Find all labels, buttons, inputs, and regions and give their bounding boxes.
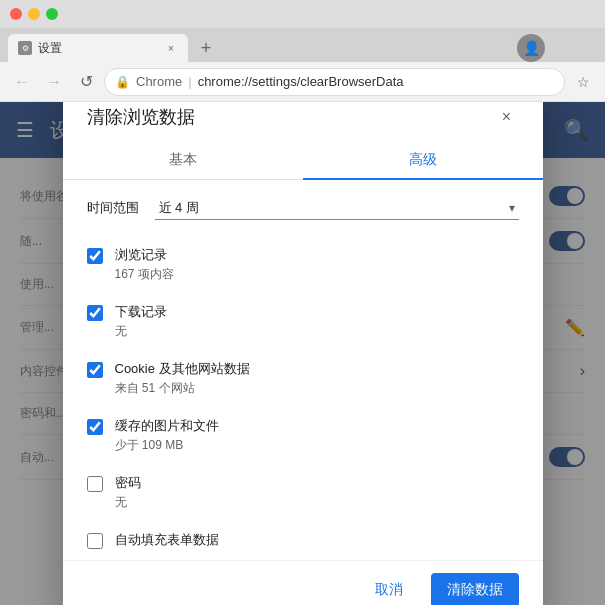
reload-button[interactable]: ↺ (72, 68, 100, 96)
download-history-sub: 无 (115, 323, 167, 340)
tab-title: 设置 (38, 40, 62, 57)
lock-icon: 🔒 (115, 75, 130, 89)
time-range-select-wrapper: 过去一小时 过去 24 小时 过去 7 天 近 4 周 全部时间 ▾ (155, 196, 519, 220)
chrome-label: Chrome (136, 74, 182, 89)
tab-favicon: ⚙ (18, 41, 32, 55)
tab-bar: ⚙ 设置 × + 👤 (0, 28, 605, 62)
modal-footer: 取消 清除数据 (63, 560, 543, 606)
checkbox-cache: 缓存的图片和文件 少于 109 MB (87, 407, 519, 464)
checkbox-passwords-input[interactable] (87, 476, 103, 492)
time-range-row: 时间范围 过去一小时 过去 24 小时 过去 7 天 近 4 周 全部时间 ▾ (87, 196, 519, 220)
minimize-traffic-light[interactable] (28, 8, 40, 20)
checkbox-cache-input[interactable] (87, 419, 103, 435)
checkbox-autofill: 自动填充表单数据 (87, 521, 519, 560)
download-history-label: 下载记录 (115, 303, 167, 321)
page-content: ☰ 设置 🔍 将使用谷歌帐户使用者自动提供自动供述给 Google 随... 使… (0, 102, 605, 605)
bookmark-star-icon[interactable]: ☆ (569, 68, 597, 96)
modal-close-button[interactable]: × (495, 105, 519, 129)
back-button[interactable]: ← (8, 68, 36, 96)
browsing-history-sub: 167 项内容 (115, 266, 174, 283)
time-range-label: 时间范围 (87, 199, 139, 217)
browser-frame: ⚙ 设置 × + 👤 ← → ↺ 🔒 Chrome | chrome://set… (0, 0, 605, 605)
profile-icon[interactable]: 👤 (517, 34, 545, 62)
tab-basic[interactable]: 基本 (63, 141, 303, 179)
browsing-history-label: 浏览记录 (115, 246, 174, 264)
autofill-label: 自动填充表单数据 (115, 531, 219, 549)
checkbox-browsing-history: 浏览记录 167 项内容 (87, 236, 519, 293)
clear-data-button[interactable]: 清除数据 (431, 573, 519, 606)
checkbox-passwords: 密码 无 (87, 464, 519, 521)
address-separator: | (188, 74, 191, 89)
passwords-sub: 无 (115, 494, 141, 511)
modal-header: 清除浏览数据 × (63, 102, 543, 129)
close-traffic-light[interactable] (10, 8, 22, 20)
checkbox-cookies: Cookie 及其他网站数据 来自 51 个网站 (87, 350, 519, 407)
clear-browser-data-modal: 清除浏览数据 × 基本 高级 时间范围 (63, 102, 543, 605)
modal-overlay: 清除浏览数据 × 基本 高级 时间范围 (0, 102, 605, 605)
checkbox-cookies-input[interactable] (87, 362, 103, 378)
checkbox-browsing-history-input[interactable] (87, 248, 103, 264)
passwords-label: 密码 (115, 474, 141, 492)
checkbox-autofill-input[interactable] (87, 533, 103, 549)
time-range-select[interactable]: 过去一小时 过去 24 小时 过去 7 天 近 4 周 全部时间 (155, 196, 519, 220)
maximize-traffic-light[interactable] (46, 8, 58, 20)
modal-body: 时间范围 过去一小时 过去 24 小时 过去 7 天 近 4 周 全部时间 ▾ (63, 180, 543, 560)
modal-title: 清除浏览数据 (87, 105, 195, 129)
cancel-button[interactable]: 取消 (359, 573, 419, 606)
cache-label: 缓存的图片和文件 (115, 417, 219, 435)
checkbox-download-history: 下载记录 无 (87, 293, 519, 350)
address-bar[interactable]: 🔒 Chrome | chrome://settings/clearBrowse… (104, 68, 565, 96)
tab-advanced[interactable]: 高级 (303, 141, 543, 179)
cookies-sub: 来自 51 个网站 (115, 380, 250, 397)
tab-close-button[interactable]: × (164, 41, 178, 55)
cookies-label: Cookie 及其他网站数据 (115, 360, 250, 378)
address-url: chrome://settings/clearBrowserData (198, 74, 404, 89)
title-bar (0, 0, 605, 28)
cache-sub: 少于 109 MB (115, 437, 219, 454)
active-tab[interactable]: ⚙ 设置 × (8, 34, 188, 62)
forward-button[interactable]: → (40, 68, 68, 96)
nav-bar: ← → ↺ 🔒 Chrome | chrome://settings/clear… (0, 62, 605, 102)
new-tab-button[interactable]: + (192, 34, 220, 62)
checkbox-download-history-input[interactable] (87, 305, 103, 321)
modal-tabs: 基本 高级 (63, 141, 543, 180)
